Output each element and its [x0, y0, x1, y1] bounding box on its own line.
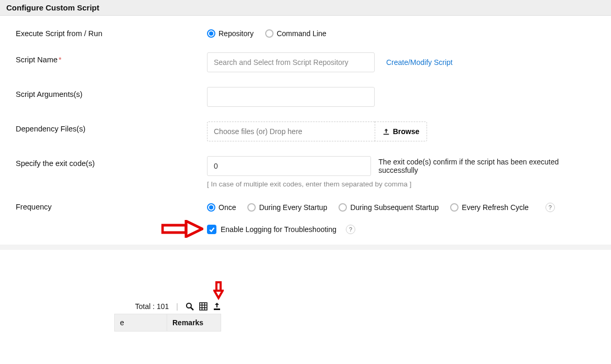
exit-code-hint: The exit code(s) confirm if the script h…: [378, 158, 595, 174]
browse-button[interactable]: Browse: [375, 122, 427, 141]
total-count: Total : 101: [135, 302, 169, 311]
enable-logging-label: Enable Logging for Troubleshooting: [221, 225, 336, 234]
export-icon[interactable]: [213, 302, 221, 311]
annotation-arrow-right-icon: [161, 220, 203, 238]
totals-row: Total : 101 |: [114, 302, 221, 314]
config-form: Execute Script from / Run Repository Com…: [0, 16, 611, 250]
radio-refresh-input[interactable]: [450, 203, 459, 212]
column-e[interactable]: e: [115, 314, 167, 331]
grid-icon[interactable]: [199, 302, 208, 311]
svg-rect-0: [162, 225, 186, 233]
script-name-input[interactable]: [207, 52, 375, 72]
radio-subsequent[interactable]: During Subsequent Startup: [339, 203, 439, 212]
row-deps: Dependency Files(s) Choose files (or) Dr…: [16, 122, 595, 141]
row-run-from: Execute Script from / Run Repository Com…: [16, 26, 595, 38]
svg-rect-6: [200, 303, 207, 310]
label-args: Script Arguments(s): [16, 87, 207, 98]
row-freq: Frequency Once During Every Startup Duri…: [16, 200, 595, 212]
svg-rect-2: [216, 282, 221, 291]
radio-cmdline-input[interactable]: [265, 29, 274, 38]
page-header: Configure Custom Script: [0, 0, 611, 16]
separator: |: [174, 302, 180, 311]
enable-logging-checkbox[interactable]: [207, 225, 216, 234]
check-icon: [209, 226, 215, 233]
radio-cmdline-label: Command Line: [277, 29, 326, 38]
radio-startup-input[interactable]: [247, 203, 256, 212]
radio-repository[interactable]: Repository: [207, 29, 254, 38]
browse-button-label: Browse: [393, 127, 420, 136]
row-script-name: Script Name* Create/Modify Script: [16, 52, 595, 72]
column-remarks[interactable]: Remarks: [167, 314, 221, 331]
svg-line-5: [191, 307, 193, 310]
radio-repository-input[interactable]: [207, 29, 215, 38]
create-modify-script-link[interactable]: Create/Modify Script: [386, 54, 453, 67]
label-script-name: Script Name*: [16, 52, 207, 64]
row-exit: Specify the exit code(s) The exit code(s…: [16, 156, 595, 188]
grid-header: e Remarks: [114, 314, 221, 332]
label-exit: Specify the exit code(s): [16, 156, 207, 168]
radio-once-label: Once: [219, 203, 236, 212]
upload-icon: [383, 128, 390, 135]
radio-refresh[interactable]: Every Refresh Cycle: [450, 203, 529, 212]
svg-rect-11: [214, 308, 220, 310]
script-args-input[interactable]: [207, 87, 375, 107]
radio-subsequent-input[interactable]: [339, 203, 347, 212]
row-args: Script Arguments(s): [16, 87, 595, 107]
logging-help-icon[interactable]: ?: [346, 225, 355, 234]
radio-repository-label: Repository: [219, 29, 254, 38]
radio-once[interactable]: Once: [207, 203, 236, 212]
radio-refresh-label: Every Refresh Cycle: [462, 203, 529, 212]
radio-startup[interactable]: During Every Startup: [247, 203, 327, 212]
svg-marker-1: [186, 221, 202, 237]
file-dropzone[interactable]: Choose files (or) Drop here: [207, 122, 375, 141]
exit-code-input[interactable]: [207, 156, 371, 176]
page-title: Configure Custom Script: [6, 3, 100, 12]
row-logging: Enable Logging for Troubleshooting ?: [207, 225, 595, 234]
label-freq: Frequency: [16, 200, 207, 211]
search-icon[interactable]: [186, 302, 194, 311]
radio-cmdline[interactable]: Command Line: [265, 29, 326, 38]
freq-help-icon[interactable]: ?: [545, 203, 555, 212]
lower-fragment: Total : 101 | e Remarks: [0, 302, 611, 355]
svg-marker-3: [214, 291, 223, 298]
required-mark: *: [59, 56, 62, 64]
radio-once-input[interactable]: [207, 203, 215, 212]
label-deps: Dependency Files(s): [16, 122, 207, 133]
label-run-from: Execute Script from / Run: [16, 26, 207, 38]
svg-point-4: [187, 303, 191, 308]
radio-subsequent-label: During Subsequent Startup: [350, 203, 439, 212]
exit-code-subhint: [ In case of multiple exit codes, enter …: [207, 180, 595, 188]
annotation-arrow-down-icon: [213, 281, 224, 300]
radio-startup-label: During Every Startup: [259, 203, 327, 212]
